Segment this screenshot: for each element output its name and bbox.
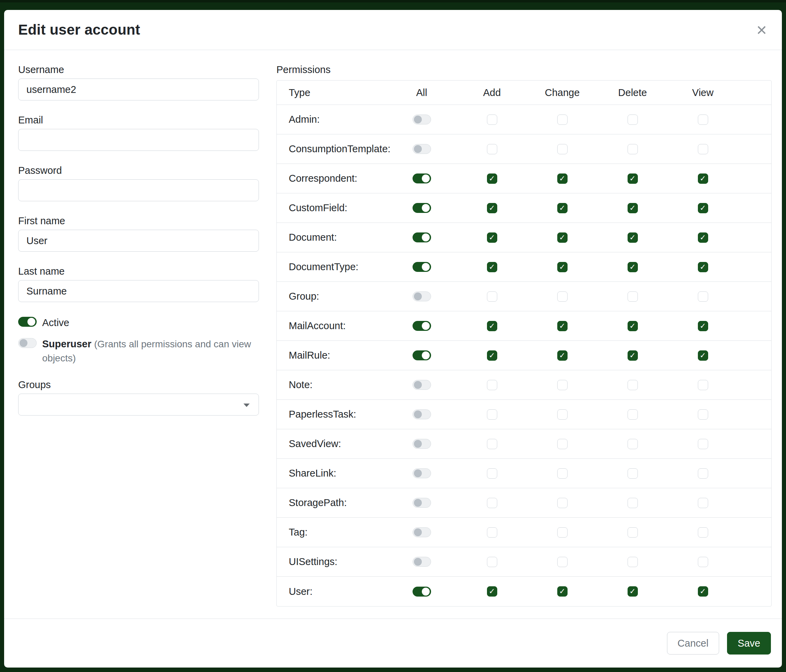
permission-view-checkbox[interactable] <box>698 498 708 508</box>
email-field[interactable] <box>18 129 259 151</box>
permission-add-checkbox[interactable] <box>487 144 497 154</box>
permission-view-checkbox[interactable] <box>698 439 708 449</box>
permission-view-checkbox[interactable]: ✓ <box>698 350 708 361</box>
permission-change-checkbox[interactable] <box>557 409 567 420</box>
permission-all-toggle[interactable] <box>413 439 431 449</box>
permission-add-checkbox[interactable] <box>487 409 497 420</box>
permission-row: MailAccount: ✓ ✓ ✓ ✓ <box>277 311 771 341</box>
permission-change-checkbox[interactable] <box>557 557 567 567</box>
permission-view-checkbox[interactable] <box>698 291 708 302</box>
permission-view-checkbox[interactable]: ✓ <box>698 173 708 184</box>
permission-all-toggle[interactable] <box>413 291 431 301</box>
permission-change-checkbox[interactable]: ✓ <box>557 586 567 597</box>
permission-delete-checkbox[interactable]: ✓ <box>627 321 638 331</box>
permission-add-checkbox[interactable] <box>487 291 497 302</box>
save-button[interactable]: Save <box>727 632 771 655</box>
permission-row: MailRule: ✓ ✓ ✓ ✓ <box>277 341 771 370</box>
permission-delete-checkbox[interactable] <box>627 439 638 449</box>
permission-change-checkbox[interactable] <box>557 291 567 302</box>
permission-view-checkbox[interactable]: ✓ <box>698 203 708 213</box>
permission-all-toggle[interactable] <box>413 144 431 154</box>
permission-add-checkbox[interactable] <box>487 498 497 508</box>
permission-all-toggle[interactable] <box>413 115 431 124</box>
permission-delete-checkbox[interactable]: ✓ <box>627 203 638 213</box>
permission-view-checkbox[interactable]: ✓ <box>698 321 708 331</box>
permission-change-checkbox[interactable]: ✓ <box>557 321 567 331</box>
permission-delete-checkbox[interactable] <box>627 291 638 302</box>
permission-all-toggle[interactable] <box>413 468 431 478</box>
permission-all-toggle[interactable] <box>413 173 431 184</box>
permission-change-checkbox[interactable]: ✓ <box>557 350 567 361</box>
permission-change-checkbox[interactable] <box>557 144 567 154</box>
permission-delete-checkbox[interactable] <box>627 498 638 508</box>
permission-view-checkbox[interactable]: ✓ <box>698 232 708 243</box>
permission-delete-checkbox[interactable]: ✓ <box>627 173 638 184</box>
permission-add-checkbox[interactable]: ✓ <box>487 586 497 597</box>
permission-all-toggle[interactable] <box>413 262 431 272</box>
permission-delete-checkbox[interactable] <box>627 557 638 567</box>
permission-all-toggle[interactable] <box>413 203 431 213</box>
permission-change-checkbox[interactable]: ✓ <box>557 232 567 243</box>
permission-view-checkbox[interactable] <box>698 527 708 538</box>
last-name-input[interactable] <box>18 280 259 302</box>
permission-view-checkbox[interactable]: ✓ <box>698 586 708 597</box>
permission-change-checkbox[interactable]: ✓ <box>557 262 567 272</box>
permission-change-checkbox[interactable] <box>557 115 567 125</box>
permission-delete-checkbox[interactable]: ✓ <box>627 586 638 597</box>
password-field[interactable] <box>18 179 259 201</box>
permission-all-toggle[interactable] <box>413 321 431 331</box>
active-toggle[interactable] <box>18 317 37 327</box>
permission-change-checkbox[interactable] <box>557 527 567 538</box>
permission-delete-checkbox[interactable] <box>627 527 638 538</box>
permission-add-checkbox[interactable]: ✓ <box>487 262 497 272</box>
permission-view-checkbox[interactable]: ✓ <box>698 262 708 272</box>
permission-add-checkbox[interactable] <box>487 527 497 538</box>
close-icon[interactable]: × <box>756 21 767 39</box>
permission-all-toggle[interactable] <box>413 527 431 537</box>
permission-add-checkbox[interactable] <box>487 557 497 567</box>
permission-view-checkbox[interactable] <box>698 380 708 390</box>
superuser-toggle[interactable] <box>18 338 37 348</box>
permission-delete-checkbox[interactable] <box>627 380 638 390</box>
permission-add-checkbox[interactable] <box>487 380 497 390</box>
permission-all-toggle[interactable] <box>413 409 431 419</box>
permission-view-checkbox[interactable] <box>698 115 708 125</box>
permission-delete-checkbox[interactable] <box>627 409 638 420</box>
permission-change-checkbox[interactable] <box>557 380 567 390</box>
permission-add-checkbox[interactable]: ✓ <box>487 173 497 184</box>
permissions-table: Type All Add Change Delete View Admin: C… <box>277 80 772 606</box>
first-name-input[interactable] <box>18 230 259 252</box>
permission-view-checkbox[interactable] <box>698 144 708 154</box>
permission-all-toggle[interactable] <box>413 232 431 242</box>
permission-add-checkbox[interactable]: ✓ <box>487 321 497 331</box>
permission-view-checkbox[interactable] <box>698 557 708 567</box>
permission-view-checkbox[interactable] <box>698 409 708 420</box>
permission-add-checkbox[interactable]: ✓ <box>487 350 497 361</box>
permission-add-checkbox[interactable] <box>487 468 497 479</box>
permission-change-checkbox[interactable] <box>557 498 567 508</box>
permission-add-checkbox[interactable] <box>487 439 497 449</box>
groups-select[interactable] <box>18 394 259 416</box>
permission-view-checkbox[interactable] <box>698 468 708 479</box>
permission-delete-checkbox[interactable]: ✓ <box>627 350 638 361</box>
permission-delete-checkbox[interactable] <box>627 115 638 125</box>
permission-change-checkbox[interactable] <box>557 439 567 449</box>
cancel-button[interactable]: Cancel <box>667 632 719 655</box>
permission-all-toggle[interactable] <box>413 557 431 567</box>
permission-delete-checkbox[interactable] <box>627 144 638 154</box>
permission-add-checkbox[interactable]: ✓ <box>487 203 497 213</box>
permission-delete-checkbox[interactable]: ✓ <box>627 262 638 272</box>
username-input[interactable] <box>18 79 259 100</box>
permission-add-checkbox[interactable] <box>487 115 497 125</box>
permission-all-toggle[interactable] <box>413 587 431 597</box>
permission-add-checkbox[interactable]: ✓ <box>487 232 497 243</box>
permission-all-toggle[interactable] <box>413 380 431 390</box>
permission-row: Group: <box>277 282 771 311</box>
permission-change-checkbox[interactable]: ✓ <box>557 173 567 184</box>
permission-all-toggle[interactable] <box>413 498 431 508</box>
permission-all-toggle[interactable] <box>413 350 431 360</box>
permission-change-checkbox[interactable]: ✓ <box>557 203 567 213</box>
permission-delete-checkbox[interactable]: ✓ <box>627 232 638 243</box>
permission-delete-checkbox[interactable] <box>627 468 638 479</box>
permission-change-checkbox[interactable] <box>557 468 567 479</box>
